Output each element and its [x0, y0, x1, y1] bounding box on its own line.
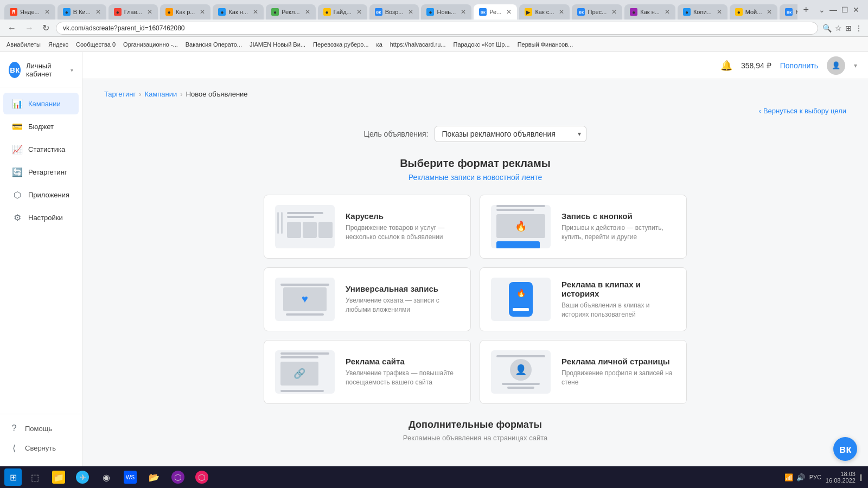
start-button[interactable]: ⊞: [4, 468, 22, 486]
bookmark-0[interactable]: Авиабилеты: [4, 40, 43, 49]
balance-display: 358,94 ₽: [741, 61, 771, 70]
goal-select[interactable]: Показы рекламного объявления: [435, 126, 586, 142]
sidebar-collapse-button[interactable]: ⟨ Свернуть: [0, 438, 82, 458]
system-tray: 📶 🔊: [784, 473, 805, 481]
show-desktop-icon[interactable]: ▌: [860, 474, 864, 480]
sidebar-item-apps[interactable]: ⬡Приложения: [3, 184, 79, 206]
tab-close-icon[interactable]: ✕: [665, 8, 670, 16]
forward-button[interactable]: →: [23, 22, 36, 34]
bookmark-1[interactable]: Яндекс: [46, 40, 71, 49]
bookmark-5[interactable]: JIAMEN Новый Ви...: [247, 40, 308, 49]
tab-close-icon[interactable]: ✕: [506, 8, 512, 16]
sidebar-item-settings[interactable]: ⚙Настройки: [3, 207, 79, 228]
tab-close-icon[interactable]: ✕: [95, 8, 101, 16]
chrome-button[interactable]: ◉: [95, 467, 117, 487]
bookmark-3[interactable]: Организационно -...: [121, 40, 180, 49]
tab-close-icon[interactable]: ✕: [356, 8, 362, 16]
browser-tab-t11[interactable]: ▶Как с...✕: [519, 4, 570, 20]
sidebar-help-button[interactable]: ? Помощь: [0, 419, 82, 438]
back-link-label: Вернуться к выбору цели: [763, 107, 846, 115]
refill-button[interactable]: Пополнить: [780, 61, 818, 70]
taskbar-app6[interactable]: ⬡: [167, 467, 189, 487]
bookmark-7[interactable]: ка: [374, 40, 385, 49]
browser-tab-t10[interactable]: вкРе...✕: [474, 4, 517, 20]
sidebar-item-campaigns[interactable]: 📊Кампании: [3, 93, 79, 114]
tab-close-icon[interactable]: ✕: [44, 8, 50, 16]
tab-close-icon[interactable]: ✕: [767, 8, 772, 16]
ad-format-card-profile[interactable]: 👤 Реклама личной страницы Продвижение пр…: [480, 340, 687, 404]
ad-format-card-clips[interactable]: 🔥 Реклама в клипах и историях Ваши объяв…: [480, 267, 687, 331]
browser-tab-t3[interactable]: ●Глав...✕: [108, 4, 158, 20]
maximize-button[interactable]: ☐: [841, 5, 848, 14]
reload-button[interactable]: ↻: [40, 22, 52, 34]
back-button[interactable]: ←: [5, 22, 18, 34]
close-button[interactable]: ✕: [853, 5, 859, 14]
card-desc-button: Призывы к действию — вступить, купить, п…: [561, 223, 675, 242]
user-menu-arrow[interactable]: ▾: [854, 62, 857, 69]
tab-close-icon[interactable]: ✕: [611, 8, 617, 16]
taskbar-app7[interactable]: ⬡: [191, 467, 213, 487]
tab-close-icon[interactable]: ✕: [305, 8, 310, 16]
browser-tab-t5[interactable]: ●Как н...✕: [213, 4, 264, 20]
ad-format-card-button[interactable]: 🔥 Запись с кнопкой Призывы к действию — …: [480, 195, 687, 259]
ad-format-card-site[interactable]: 🔗 Реклама сайта Увеличение трафика — пов…: [264, 340, 471, 404]
bookmark-9[interactable]: Парадокс «Кот Шр...: [451, 40, 512, 49]
tab-label: Рекл...: [282, 9, 300, 15]
browser-tab-t16[interactable]: вкКлип...✕: [780, 4, 797, 20]
user-avatar[interactable]: 👤: [827, 56, 845, 75]
bookmark-10[interactable]: Первый Финансов...: [515, 40, 576, 49]
browser-tab-t1[interactable]: ЯЯнде...✕: [4, 4, 55, 20]
browser-tab-t12[interactable]: вкПрес...✕: [572, 4, 622, 20]
bookmark-4[interactable]: Вакансия Операто...: [183, 40, 244, 49]
browser-tab-t14[interactable]: ●Копи...✕: [678, 4, 727, 20]
browser-tab-t13[interactable]: ●Как н...✕: [624, 4, 675, 20]
ad-format-card-universal[interactable]: ♥ Универсальная запись Увеличение охвата…: [264, 267, 471, 331]
ad-format-card-carousel[interactable]: Карусель Продвижение товаров и услуг — н…: [264, 195, 471, 259]
webstorm-button[interactable]: WS: [119, 467, 141, 487]
tab-close-icon[interactable]: ✕: [717, 8, 722, 16]
browser-tab-t4[interactable]: ●Как р...✕: [160, 4, 211, 20]
browser-tab-t9[interactable]: ●Новь...✕: [421, 4, 471, 20]
card-preview-carousel: [275, 205, 335, 248]
tab-favicon: ●: [63, 8, 71, 16]
tab-overflow-icon[interactable]: ⌄: [819, 5, 825, 14]
url-input[interactable]: [56, 22, 818, 35]
task-view-button[interactable]: ⬚: [24, 467, 46, 487]
breadcrumb-item-0[interactable]: Таргетинг: [104, 90, 136, 98]
sidebar-logo-area[interactable]: вк Личный кабинет ▾: [0, 56, 82, 87]
tab-close-icon[interactable]: ✕: [461, 8, 466, 16]
back-to-goal-link[interactable]: ‹ Вернуться к выбору цели: [104, 107, 846, 115]
bookmark-2[interactable]: Сообщества 0: [74, 40, 118, 49]
browser-tab-t7[interactable]: ●Гайд...✕: [318, 4, 367, 20]
chrome-icon: ◉: [100, 471, 113, 484]
telegram-button[interactable]: ✈: [72, 467, 93, 487]
menu-icon[interactable]: ⋮: [855, 24, 863, 33]
sidebar-item-stats[interactable]: 📈Статистика: [3, 138, 79, 160]
sidebar-item-retargeting[interactable]: 🔄Ретаргетинг: [3, 161, 79, 183]
minimize-button[interactable]: —: [829, 5, 837, 14]
notifications-icon[interactable]: 🔔: [720, 60, 732, 72]
tab-close-icon[interactable]: ✕: [559, 8, 564, 16]
browser-tab-t15[interactable]: ●Мой...✕: [730, 4, 778, 20]
bookmark-6[interactable]: Перевозка руберо...: [311, 40, 371, 49]
search-icon[interactable]: 🔍: [822, 24, 832, 33]
extensions-icon[interactable]: ⊞: [845, 24, 852, 33]
tab-close-icon[interactable]: ✕: [200, 8, 205, 16]
tab-close-icon[interactable]: ✕: [147, 8, 152, 16]
tab-close-icon[interactable]: ✕: [408, 8, 413, 16]
file-explorer-button[interactable]: 📁: [48, 467, 69, 487]
breadcrumb-item-1[interactable]: Кампании: [145, 90, 177, 98]
new-tab-button[interactable]: +: [800, 4, 812, 16]
browser-tab-t2[interactable]: ●В Ки...✕: [58, 4, 106, 20]
browser-tab-t6[interactable]: ●Рекл...✕: [266, 4, 316, 20]
additional-title: Дополнительные форматы: [104, 419, 846, 431]
tab-label: Как н...: [640, 9, 660, 15]
tab-favicon: Я: [10, 8, 17, 16]
tab-close-icon[interactable]: ✕: [253, 8, 258, 16]
bookmark-8[interactable]: https://halvacard.ru...: [388, 40, 448, 49]
files-button[interactable]: 📂: [143, 467, 165, 487]
sidebar-item-budget[interactable]: 💳Бюджет: [3, 115, 79, 137]
bookmark-star-icon[interactable]: ☆: [835, 24, 842, 33]
vk-chat-button[interactable]: вк: [833, 437, 857, 461]
browser-tab-t8[interactable]: вкВозр...✕: [369, 4, 419, 20]
